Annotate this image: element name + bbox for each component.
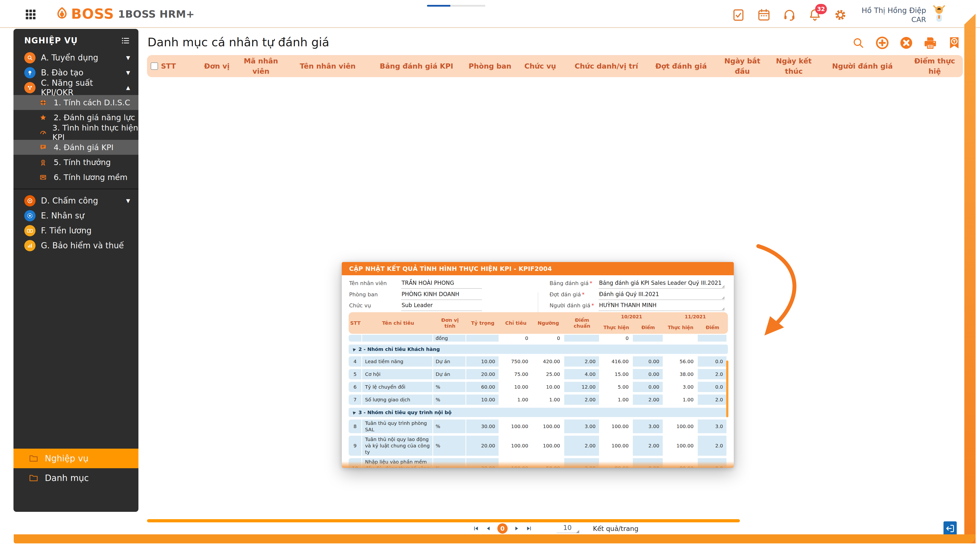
- column-header[interactable]: STT: [162, 55, 175, 77]
- apps-grid-button[interactable]: [24, 8, 37, 21]
- column-header[interactable]: Phòng ban: [466, 55, 514, 77]
- bell-button[interactable]: 32: [808, 8, 822, 22]
- form-input[interactable]: Sub Leader: [401, 302, 482, 311]
- sidebar-item[interactable]: D. Chấm công ▼: [13, 193, 138, 208]
- sidebar-subitem[interactable]: 2. Đánh giá năng lực: [13, 110, 138, 125]
- column-header[interactable]: Ngày bắt đầu: [715, 55, 769, 77]
- gear-button[interactable]: [833, 8, 848, 22]
- column-header[interactable]: Mã nhân viên: [234, 55, 288, 77]
- kpi-cell-threshold[interactable]: 100.00: [532, 419, 564, 433]
- search-icon: [852, 37, 865, 49]
- group-row[interactable]: 3 - Nhóm chỉ tiêu quy trình nội bộ: [348, 408, 728, 417]
- kpi-cell-threshold[interactable]: 1.00: [532, 394, 564, 405]
- column-header[interactable]: Ngày kết thúc: [769, 55, 818, 77]
- kpi-cell-target[interactable]: 750.00: [499, 356, 532, 367]
- sidebar-item[interactable]: G. Bảo hiểm và thuế: [13, 238, 138, 253]
- filterbm-button[interactable]: [947, 36, 961, 50]
- kpi-cell-target[interactable]: 10.00: [499, 382, 532, 392]
- sidebar-subitem[interactable]: 1. Tính cách D.I.S.C: [13, 95, 138, 110]
- calendar-button[interactable]: [757, 8, 771, 22]
- horizontal-scrollbar[interactable]: [147, 519, 740, 522]
- brand-logo[interactable]: BOSS: [54, 6, 114, 22]
- addcircle-button[interactable]: [875, 36, 889, 50]
- kpi-cell-target[interactable]: 1.00: [499, 394, 532, 405]
- kpi-cell-target[interactable]: 100.00: [499, 436, 532, 456]
- sidebar-item[interactable]: E. Nhân sự: [13, 208, 138, 223]
- sidebar-footer-item[interactable]: Nghiệp vụ: [13, 449, 138, 468]
- kpi-cell-threshold[interactable]: 100.00: [532, 436, 564, 456]
- column-header[interactable]: Tên nhân viên: [288, 55, 368, 77]
- kpi-cell-m2_actual[interactable]: 56.00: [663, 356, 698, 367]
- sidebar-subitem[interactable]: 6. Tính lương mềm: [13, 170, 138, 185]
- kpi-cell-m1_actual[interactable]: 1.00: [600, 394, 633, 405]
- table-header: STTĐơn vịMã nhân viênTên nhân viênBảng đ…: [147, 55, 963, 77]
- kpi-update-popup: CẬP NHẬT KẾT QUẢ TÌNH HÌNH THỰC HIỆN KPI…: [342, 262, 734, 468]
- logout-button[interactable]: [943, 521, 957, 535]
- csearch-circle-icon: [24, 52, 35, 64]
- column-header[interactable]: Đợt đánh giá: [647, 55, 715, 77]
- sidebar-footer-label: Nghiệp vụ: [45, 454, 88, 463]
- sidebar-subitem[interactable]: 4. Đánh giá KPI: [13, 140, 138, 155]
- group-row[interactable]: 2 - Nhóm chỉ tiêu Khách hàng: [348, 345, 728, 354]
- kpi-cell-threshold[interactable]: 420.00: [532, 356, 564, 367]
- sidebar: NGHIỆP VỤ A. Tuyển dụng ▼ B. Đào tạo ▼ C…: [13, 29, 138, 512]
- page-next-button[interactable]: [514, 525, 520, 532]
- column-header[interactable]: Điểm thực hiệ: [907, 55, 963, 77]
- current-page-badge[interactable]: 0: [497, 523, 508, 534]
- page-first-button[interactable]: [473, 525, 479, 532]
- form-input[interactable]: PHÒNG KINH DOANH: [401, 291, 482, 300]
- kpi-cell-m2_actual[interactable]: 3.00: [663, 382, 698, 392]
- user-menu[interactable]: Hồ Thị Hồng Điệp CAR: [850, 6, 926, 24]
- form-input[interactable]: TRẦN HOÀI PHONG: [401, 279, 482, 289]
- sidebar-item[interactable]: F. Tiền lương: [13, 223, 138, 238]
- sidebar-footer-item[interactable]: Danh mục: [13, 468, 138, 488]
- column-header[interactable]: Người đánh giá: [818, 55, 907, 77]
- kpi-cell-m2_score: 2.0: [698, 369, 727, 380]
- form-select[interactable]: Đánh giá Quý III.2021: [598, 291, 724, 300]
- kpi-cell-m1_actual[interactable]: 5.00: [600, 382, 633, 392]
- kpi-cell-m2_actual[interactable]: 100.00: [663, 419, 698, 433]
- popup-column-header: Đơn vị tính: [433, 312, 466, 334]
- sidebar-item[interactable]: A. Tuyển dụng ▼: [13, 50, 138, 65]
- form-select[interactable]: Bảng đánh giá KPI Sales Leader Quý III.2…: [598, 279, 724, 289]
- kpi-cell-m2_actual[interactable]: 1.00: [663, 394, 698, 405]
- headset-button[interactable]: [782, 8, 797, 22]
- kpi-cell-m1_actual[interactable]: 100.00: [600, 436, 633, 456]
- column-header[interactable]: Đơn vị: [200, 55, 234, 77]
- list-menu-icon[interactable]: [121, 36, 130, 45]
- tasks-button[interactable]: [731, 8, 746, 22]
- kpi-cell-m1_actual[interactable]: 15.00: [600, 369, 633, 380]
- kpi-cell-target[interactable]: 100.00: [499, 419, 532, 433]
- column-header[interactable]: Chức danh/vị trí: [566, 55, 647, 77]
- printer-button[interactable]: [923, 36, 937, 50]
- kpi-cell-weight: 20.00: [466, 436, 499, 456]
- sidebar-subitem[interactable]: 3. Tình hình thực hiện KPI: [13, 125, 138, 140]
- select-all-checkbox[interactable]: [151, 62, 158, 70]
- column-header[interactable]: Chức vụ: [514, 55, 566, 77]
- gear-icon: [834, 8, 847, 22]
- form-select[interactable]: HUỲNH THANH MINH: [598, 302, 724, 311]
- kpi-cell-target[interactable]: 75.00: [499, 369, 532, 380]
- chevron-down-icon: ▼: [126, 70, 130, 76]
- column-header[interactable]: Bảng đánh giá KPI: [368, 55, 466, 77]
- delcircle-button[interactable]: [899, 36, 913, 50]
- kpi-cell-m2_actual[interactable]: 100.00: [663, 436, 698, 456]
- sidebar-title: NGHIỆP VỤ: [24, 36, 78, 45]
- kpi-cell-stt: 9: [348, 436, 362, 456]
- kpi-cell-threshold[interactable]: 25.00: [532, 369, 564, 380]
- page-last-button[interactable]: [526, 525, 532, 532]
- page-prev-button[interactable]: [485, 525, 492, 532]
- kpi-cell-m2_actual[interactable]: 38.00: [663, 369, 698, 380]
- popup-scrollbar[interactable]: [726, 360, 729, 417]
- user-avatar[interactable]: [931, 4, 947, 25]
- page-size-input[interactable]: 10: [557, 524, 578, 533]
- kpi-cell-threshold[interactable]: 10.00: [532, 382, 564, 392]
- kpi-cell-std: 2.00: [564, 394, 600, 405]
- kpi-cell-m1_actual[interactable]: 100.00: [600, 419, 633, 433]
- kpi-cell-m1_actual[interactable]: 416.00: [600, 356, 633, 367]
- sidebar-subitem[interactable]: 5. Tính thưởng: [13, 155, 138, 170]
- loading-progress-bar: [427, 5, 485, 6]
- search-button[interactable]: [851, 36, 865, 50]
- kpi-cell-unit: %: [433, 419, 466, 433]
- sidebar-item[interactable]: C. Năng suất KPI/OKR ▲: [13, 80, 138, 95]
